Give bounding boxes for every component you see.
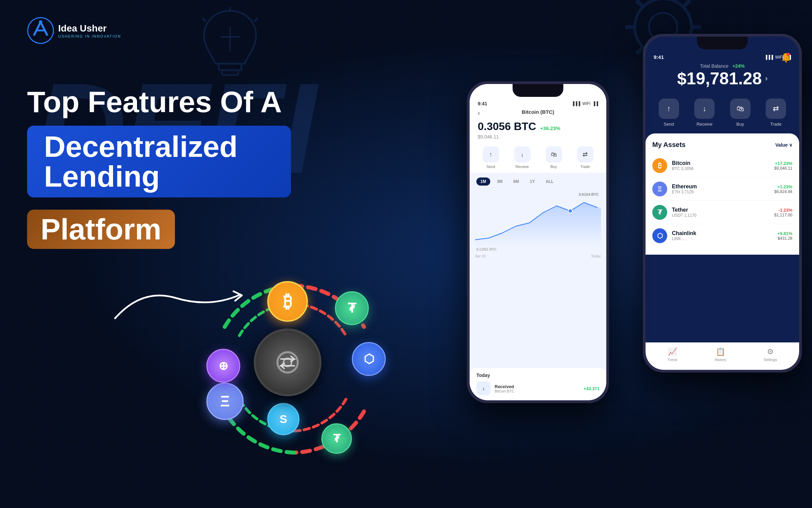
swap-gear-center (254, 329, 321, 396)
front-battery: ▐▐ (592, 101, 598, 106)
back-phone-screen: 9:41 ▐▐▐ WiFi ▐▐ (646, 37, 799, 370)
assets-section: My Assets Value ∨ ₿ Bitcoin BTC 0,3056 +… (646, 133, 799, 255)
platform-text: Platform (41, 212, 161, 246)
front-wifi: WiFi (582, 101, 590, 106)
logo-area: Idea Usher USHERING IN INNOVATION (27, 17, 121, 44)
svg-point-19 (785, 61, 787, 63)
svg-line-8 (683, 1, 690, 7)
balance-arrow: › (765, 74, 767, 83)
chart-high-label: 0.6154 BTC (579, 192, 599, 196)
trend-icon: 📈 (668, 347, 677, 356)
asset-row-btc: ₿ Bitcoin BTC 0,3056 +17.23% $9,046.11 (652, 154, 792, 177)
nav-history[interactable]: 📋 History (715, 347, 726, 362)
logo-tagline: USHERING IN INNOVATION (58, 34, 121, 38)
btc-change: +36.23% (540, 125, 561, 131)
chart-date-start: Apr 01 (475, 254, 486, 258)
chart-area: 0.6154 BTC (470, 189, 606, 263)
timeframe-selector: 1M 3M 6M 1Y ALL (470, 174, 606, 189)
back-phone-notch (697, 37, 748, 49)
assets-title: My Assets (652, 141, 685, 149)
asset-row-usdt: ₮ Tether USDT 1,1170 -1.23% $1,117.00 (652, 201, 792, 224)
usdt-icon: ₮ (652, 205, 667, 220)
bottom-nav: 📈 Trend 📋 History ⚙ Settings (646, 342, 799, 370)
trend-label: Trend (668, 358, 677, 362)
coins-cluster: @keyframes spin { from { transform: rota… (179, 254, 416, 491)
receive-action[interactable]: ↓ Receive (694, 99, 715, 127)
front-phone: 9:41 ▐▐▐ WiFi ▐▐ Bitcoin (BTC) ‹ 0.3056 … (467, 81, 609, 403)
eth-icon: Ξ (652, 182, 667, 196)
left-content: Top Features Of A Decentralized Lending … (27, 85, 291, 256)
history-icon: 📋 (716, 347, 725, 356)
today-label: Today (476, 373, 600, 378)
transaction-row: ↓ Received Bitcoin BTC +43.371 (476, 381, 600, 396)
btc-icon: ₿ (652, 158, 667, 173)
tether-coin-bottom: ₮ (321, 423, 352, 454)
btc-usd: $9,046.11 (478, 134, 598, 140)
logo-icon (27, 17, 54, 44)
tx-amount: +43.371 (584, 386, 600, 391)
svg-rect-10 (219, 64, 241, 70)
synthetix-coin: S (267, 403, 299, 435)
front-signal: ▐▐▐ (571, 101, 580, 106)
chainlink-coin: ⬡ (352, 342, 386, 376)
notification-bell[interactable] (780, 52, 792, 65)
back-signal: ▐▐▐ (764, 55, 773, 60)
back-phone-frame: 9:41 ▐▐▐ WiFi ▐▐ (643, 34, 802, 373)
tx-name: Received (495, 384, 580, 389)
front-trade[interactable]: ⇄ Trade (577, 146, 593, 169)
svg-line-6 (637, 1, 644, 7)
front-send[interactable]: ↑ Send (483, 146, 499, 169)
tx-sub: Bitcoin BTC (495, 389, 580, 393)
tether-coin-top: ₮ (335, 291, 369, 325)
timeframe-3m[interactable]: 3M (493, 177, 507, 186)
total-balance-value: $19,781.28 › (654, 69, 791, 88)
settings-label: Settings (764, 358, 777, 362)
svg-line-16 (254, 18, 258, 22)
svg-rect-11 (222, 70, 238, 75)
link-icon: ⬡ (652, 228, 667, 243)
action-buttons-back: ↑ Send ↓ Receive 🛍 Buy ⇄ Trade (646, 94, 799, 133)
front-phone-screen: 9:41 ▐▐▐ WiFi ▐▐ Bitcoin (BTC) ‹ 0.3056 … (470, 84, 606, 400)
logo-text: Idea Usher (58, 23, 121, 34)
timeframe-1m[interactable]: 1M (476, 177, 490, 186)
nav-trend[interactable]: 📈 Trend (668, 347, 677, 362)
back-phone: 9:41 ▐▐▐ WiFi ▐▐ (643, 34, 802, 373)
front-buy[interactable]: 🛍 Buy (546, 146, 562, 169)
phones-area: 9:41 ▐▐▐ WiFi ▐▐ (467, 14, 805, 501)
trade-action[interactable]: ⇄ Trade (766, 99, 786, 127)
back-button[interactable]: ‹ (478, 109, 480, 117)
assets-filter[interactable]: Value ∨ (775, 142, 792, 148)
svg-line-15 (202, 18, 206, 22)
front-action-buttons: ↑ Send ↓ Receive 🛍 Buy ⇄ Trade (470, 142, 606, 173)
svg-point-21 (568, 209, 572, 213)
price-chart (475, 192, 601, 247)
svg-point-20 (787, 53, 790, 56)
btc-page-title: Bitcoin (BTC) (478, 109, 598, 115)
tx-icon: ↓ (476, 381, 491, 396)
svg-point-18 (39, 20, 42, 24)
asset-row-link: ⬡ Chainlink LINK ... +5.81% $431.28 (652, 224, 792, 247)
transaction-area: Today ↓ Received Bitcoin BTC +43.371 (470, 368, 606, 400)
back-status-time: 9:41 (654, 54, 664, 60)
btc-amount: 0.3056 BTC (478, 120, 536, 133)
timeframe-1y[interactable]: 1Y (526, 177, 539, 186)
nav-settings[interactable]: ⚙ Settings (764, 347, 777, 362)
ethereum-coin: Ξ (206, 383, 244, 420)
bitcoin-coin: ₿ (267, 281, 308, 322)
headline-line1: Top Features Of A (27, 85, 291, 119)
platform-badge: Platform (27, 210, 175, 249)
defi-lending-text: Decentralized Lending (44, 130, 238, 193)
front-status-time: 9:41 (478, 101, 487, 106)
asset-row-eth: Ξ Ethereum ETH 3,7129 +1.23% $6,824.94 (652, 177, 792, 201)
defi-lending-badge: Decentralized Lending (27, 126, 291, 197)
timeframe-6m[interactable]: 6M (509, 177, 523, 186)
chart-low-label: 0.11651 BTC (476, 248, 496, 251)
settings-icon: ⚙ (767, 347, 774, 356)
chart-date-end: Today (591, 254, 601, 258)
send-action[interactable]: ↑ Send (659, 99, 679, 127)
front-receive[interactable]: ↓ Receive (514, 146, 531, 169)
balance-label: Total Balance +24% (654, 63, 791, 69)
timeframe-all[interactable]: ALL (542, 177, 558, 186)
buy-action[interactable]: 🛍 Buy (730, 99, 750, 127)
swap-icon (271, 345, 304, 379)
